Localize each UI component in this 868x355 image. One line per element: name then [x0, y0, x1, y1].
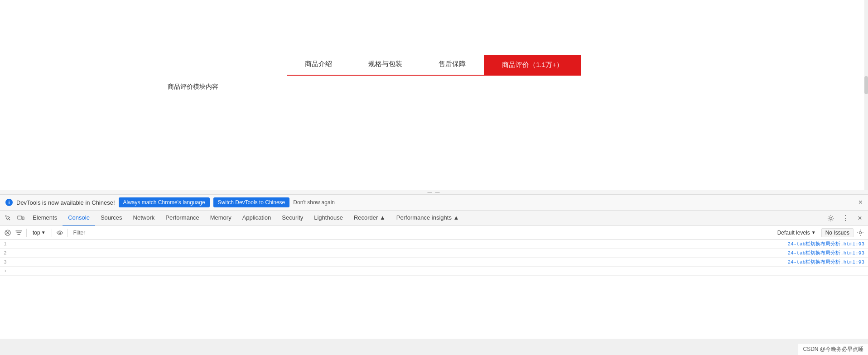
devtools-right-icons: ⋮ ×: [825, 212, 866, 225]
console-prompt-line[interactable]: ›: [0, 267, 868, 276]
console-row-num-3: 3: [4, 259, 10, 265]
devtools-panel: i DevTools is now available in Chinese! …: [0, 194, 868, 339]
switch-to-chinese-button[interactable]: Switch DevTools to Chinese: [213, 197, 290, 207]
console-row: 1 24-tab栏切换布局分析.html:93: [0, 240, 868, 249]
tab-console[interactable]: Console: [63, 211, 95, 226]
svg-rect-0: [18, 216, 22, 219]
eye-icon[interactable]: [56, 229, 64, 237]
svg-point-4: [59, 232, 61, 234]
toolbar-divider-1: [26, 229, 27, 237]
clear-console-icon[interactable]: [4, 229, 12, 237]
close-icon: ×: [858, 214, 862, 222]
context-dropdown-icon: ▼: [41, 230, 46, 235]
console-prompt-chevron: ›: [4, 268, 7, 274]
console-row: 3 24-tab栏切换布局分析.html:93: [0, 258, 868, 267]
device-toggle-icon[interactable]: [14, 211, 27, 226]
console-toolbar: top ▼ Default levels ▼ No Issues: [0, 226, 868, 240]
context-label: top: [33, 230, 40, 236]
page-product-tabs: 商品介绍 规格与包装 售后保障 商品评价（1.1万+）: [0, 0, 868, 76]
devtools-more-icon[interactable]: ⋮: [839, 212, 852, 225]
console-row-link-1[interactable]: 24-tab栏切换布局分析.html:93: [788, 240, 864, 247]
page-tab-review[interactable]: 商品评价（1.1万+）: [484, 55, 581, 75]
tab-lighthouse[interactable]: Lighthouse: [309, 211, 348, 226]
notification-info-icon: i: [5, 199, 13, 206]
page-tab-intro[interactable]: 商品介绍: [287, 54, 350, 75]
default-levels-dropdown[interactable]: Default levels ▼: [775, 229, 819, 237]
console-settings-icon[interactable]: [856, 229, 864, 237]
default-levels-label: Default levels: [777, 230, 810, 236]
console-row-num-1: 1: [4, 241, 10, 247]
tab-network[interactable]: Network: [128, 211, 160, 226]
tab-sources[interactable]: Sources: [95, 211, 128, 226]
toolbar-divider-2: [52, 229, 52, 237]
tab-performance[interactable]: Performance: [160, 211, 204, 226]
resize-dots: — —: [428, 190, 441, 195]
devtools-left-icons: [2, 211, 27, 226]
watermark: CSDN @今晚务必早点睡: [798, 344, 868, 355]
three-dots-icon: ⋮: [842, 214, 849, 222]
devtools-notification-bar: i DevTools is now available in Chinese! …: [0, 194, 868, 211]
devtools-close-icon[interactable]: ×: [854, 212, 866, 225]
page-scrollbar-thumb[interactable]: [864, 76, 868, 94]
tab-memory[interactable]: Memory: [205, 211, 237, 226]
tab-security[interactable]: Security: [276, 211, 309, 226]
devtools-tabs-bar: Elements Console Sources Network Perform…: [0, 211, 868, 226]
tab-elements[interactable]: Elements: [27, 211, 63, 226]
devtools-resize-handle[interactable]: — —: [0, 190, 868, 194]
svg-rect-1: [22, 217, 24, 220]
tab-application[interactable]: Application: [237, 211, 277, 226]
page-tab-service[interactable]: 售后保障: [420, 54, 484, 75]
console-row-num-2: 2: [4, 250, 10, 256]
browser-content-area: 商品介绍 规格与包装 售后保障 商品评价（1.1万+） 商品评价模块内容: [0, 0, 868, 190]
console-filter-input[interactable]: [72, 230, 772, 236]
devtools-settings-icon[interactable]: [825, 212, 837, 225]
tab-performance-insights[interactable]: Performance insights ▲: [391, 211, 465, 226]
always-match-language-button[interactable]: Always match Chrome's language: [119, 197, 210, 207]
console-row: 2 24-tab栏切换布局分析.html:93: [0, 249, 868, 258]
notification-text: DevTools is now available in Chinese!: [16, 199, 115, 206]
default-levels-arrow: ▼: [811, 230, 816, 235]
toolbar-divider-3: [68, 229, 68, 237]
inspect-element-icon[interactable]: [2, 211, 14, 226]
notification-close-button[interactable]: ×: [858, 199, 863, 206]
page-content-text: 商品评价模块内容: [168, 83, 868, 91]
filter-toggle-icon[interactable]: [14, 229, 23, 237]
svg-point-2: [830, 217, 832, 219]
context-selector[interactable]: top ▼: [30, 228, 48, 237]
page-tab-spec[interactable]: 规格与包装: [350, 54, 420, 75]
console-row-link-2[interactable]: 24-tab栏切换布局分析.html:93: [788, 249, 864, 256]
page-scrollbar[interactable]: [864, 0, 868, 190]
dont-show-again-link[interactable]: Don't show again: [293, 199, 335, 206]
console-content: 1 24-tab栏切换布局分析.html:93 2 24-tab栏切换布局分析.…: [0, 240, 868, 339]
no-issues-badge: No Issues: [821, 228, 854, 237]
console-row-link-3[interactable]: 24-tab栏切换布局分析.html:93: [788, 259, 864, 265]
tab-recorder[interactable]: Recorder ▲: [348, 211, 391, 226]
svg-point-5: [859, 231, 862, 234]
